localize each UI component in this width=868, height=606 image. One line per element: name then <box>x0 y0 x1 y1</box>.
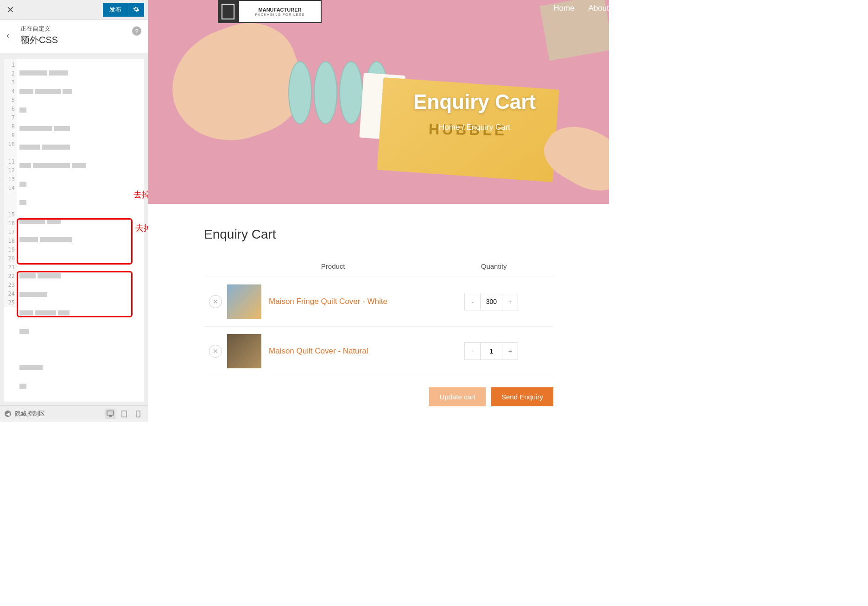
update-cart-button[interactable]: Update cart <box>429 387 486 406</box>
site-preview: HUBBLE MANUFACTURER PACKAGING FOR LESS H… <box>148 0 609 422</box>
qty-input[interactable] <box>481 343 502 360</box>
site-logo[interactable]: MANUFACTURER PACKAGING FOR LESS <box>238 0 322 23</box>
page-title: Enquiry Cart <box>382 90 567 114</box>
hide-controls-label[interactable]: 隐藏控制区 <box>15 410 101 418</box>
svg-rect-2 <box>122 411 127 417</box>
collapse-icon[interactable]: ◀ <box>5 410 11 417</box>
product-thumbnail[interactable] <box>227 334 261 368</box>
qty-input[interactable] <box>481 293 502 310</box>
qty-minus-button[interactable]: - <box>465 343 481 360</box>
customizing-label: 正在自定义 <box>20 25 141 33</box>
table-row: ✕ Maison Quilt Cover - Natural - + <box>204 327 553 376</box>
help-icon[interactable]: ? <box>132 26 141 36</box>
svg-rect-1 <box>109 416 112 417</box>
qty-plus-button[interactable]: + <box>502 293 518 310</box>
close-button[interactable]: ✕ <box>4 3 17 16</box>
cart-table: Product Quantity ✕ Maison Fringe Quilt C… <box>204 256 553 376</box>
qty-minus-button[interactable]: - <box>465 293 481 310</box>
svg-rect-0 <box>107 411 114 415</box>
product-thumbnail[interactable] <box>227 284 261 319</box>
line-gutter: 1234567891011121314151617181920212223242… <box>4 59 17 307</box>
mobile-preview-button[interactable] <box>133 409 143 419</box>
content-heading: Enquiry Cart <box>204 227 553 242</box>
remove-button[interactable]: ✕ <box>209 295 222 308</box>
col-product: Product <box>232 262 434 270</box>
publish-settings-button[interactable] <box>128 3 144 17</box>
css-editor[interactable]: 1234567891011121314151617181920212223242… <box>4 59 144 402</box>
remove-button[interactable]: ✕ <box>209 345 222 358</box>
gear-icon <box>133 6 139 13</box>
product-name[interactable]: Maison Fringe Quilt Cover - White <box>269 297 430 306</box>
main-nav: Home About <box>553 4 609 13</box>
customizer-sidebar: ✕ 发布 ‹ 正在自定义 额外CSS ? 1234567891011121314… <box>0 0 148 422</box>
section-title: 额外CSS <box>20 34 141 46</box>
qty-plus-button[interactable]: + <box>502 343 518 360</box>
desktop-preview-button[interactable] <box>105 409 115 419</box>
table-row: ✕ Maison Fringe Quilt Cover - White - + <box>204 277 553 327</box>
col-quantity: Quantity <box>434 262 553 270</box>
breadcrumb-home[interactable]: Home <box>439 123 460 132</box>
back-button[interactable]: ‹ <box>6 31 20 40</box>
hero-section: HUBBLE MANUFACTURER PACKAGING FOR LESS H… <box>148 0 609 204</box>
publish-button[interactable]: 发布 <box>103 3 128 17</box>
breadcrumb: Home / Enquiry Cart <box>382 123 567 132</box>
code-body[interactable]: .woocommerce table.cart td:nth-of- type(… <box>17 59 144 402</box>
product-name[interactable]: Maison Quilt Cover - Natural <box>269 347 430 356</box>
send-enquiry-button[interactable]: Send Enquiry <box>491 387 553 406</box>
tablet-preview-button[interactable] <box>119 409 129 419</box>
svg-rect-3 <box>137 411 140 417</box>
nav-about[interactable]: About <box>589 4 609 13</box>
breadcrumb-current: Enquiry Cart <box>467 123 510 132</box>
nav-home[interactable]: Home <box>553 4 574 13</box>
